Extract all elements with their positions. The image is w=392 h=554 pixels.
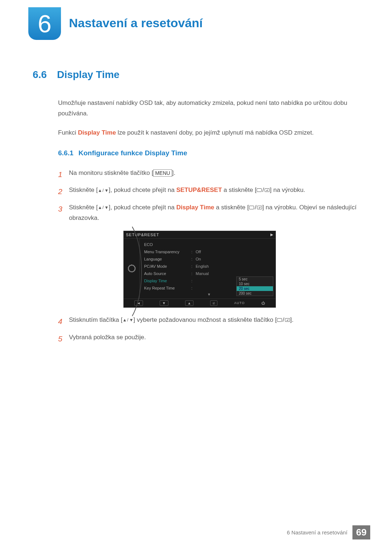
osd-title: SETUP&RESET (126, 233, 270, 237)
step-text: Vybraná položka se použije. (69, 332, 359, 343)
svg-rect-4 (277, 318, 282, 321)
section-number: 6.6 (33, 69, 47, 80)
text: ] vyberte požadovanou možnost a stisknět… (134, 316, 277, 323)
step-5: 5 Vybraná položka se použije. (58, 332, 359, 345)
text: ] na výrobku. (270, 186, 305, 193)
osd-sidebar (124, 239, 140, 299)
text: Na monitoru stiskněte tlačítko [ (69, 169, 153, 176)
gear-icon (128, 265, 135, 272)
step-number: 5 (58, 332, 69, 345)
highlight-setup-reset: SETUP&RESET (176, 186, 222, 193)
osd-row-pcav: PC/AV Mode:English (144, 263, 274, 270)
svg-rect-0 (257, 189, 261, 192)
text: Stiskněte [ (69, 186, 98, 193)
page-footer: 6 Nastavení a resetování 69 (287, 525, 370, 539)
osd-row-transparency: Menu Transparency:Off (144, 248, 274, 255)
text: ], pokud chcete přejít na (109, 204, 176, 211)
up-button-icon: ▲ (185, 300, 194, 306)
osd-row-autosource: Auto Source:Manual (144, 270, 274, 277)
chapter-number: 6 (38, 9, 52, 38)
highlight-display-time: Display Time (176, 204, 215, 211)
step-3: 3 Stiskněte [/], pokud chcete přejít na … (58, 202, 359, 223)
up-down-arrows-icon: / (98, 204, 109, 211)
arc-decoration (98, 217, 142, 326)
osd-row-language: Language:On (144, 255, 274, 263)
text: ]. (172, 169, 175, 176)
right-arrow-icon: ▶ (270, 233, 273, 237)
subsection-title: Konfigurace funkce Display Time (78, 149, 187, 157)
step-1: 1 Na monitoru stiskněte tlačítko [MENU]. (58, 168, 359, 181)
subsection-number: 6.6.1 (58, 149, 73, 157)
step-number: 4 (58, 315, 69, 328)
osd-titlebar: SETUP&RESET ▶ (124, 231, 275, 239)
down-button-icon: ▼ (160, 300, 168, 306)
step-2: 2 Stiskněte [/], pokud chcete přejít na … (58, 185, 359, 198)
screen-enter-icon: / (257, 185, 270, 196)
highlight-display-time: Display Time (78, 129, 116, 136)
screen-enter-icon: / (277, 315, 290, 325)
step-text: Na monitoru stiskněte tlačítko [MENU]. (69, 168, 359, 178)
text: lze použít k nastavení doby, po jejímž u… (116, 129, 314, 136)
screen-enter-icon: / (249, 202, 262, 213)
step-number: 2 (58, 185, 69, 198)
chapter-tab: 6 (28, 7, 61, 40)
step-4: 4 Stisknutím tlačítka [/] vyberte požado… (58, 315, 359, 328)
osd-option-selected: 20 sec (237, 286, 273, 291)
page-content: 6.6Display Time Umožňuje nastavení nabíd… (33, 69, 359, 349)
osd-option: 5 sec (237, 277, 273, 282)
text: ]. (290, 316, 293, 323)
osd-option: 10 sec (237, 282, 273, 286)
text: ], pokud chcete přejít na (109, 186, 176, 193)
chapter-title: Nastavení a resetování (69, 16, 203, 30)
step-text: Stiskněte [/], pokud chcete přejít na SE… (69, 185, 359, 196)
menu-button-label: MENU (153, 169, 172, 177)
text: a stiskněte [ (214, 204, 249, 211)
text: Funkci (58, 129, 78, 136)
osd-row-eco: ECO (144, 241, 274, 248)
up-down-arrows-icon: / (98, 187, 109, 194)
step-number: 1 (58, 168, 69, 181)
section-title: Display Time (57, 69, 119, 80)
power-icon: ⏻ (261, 301, 265, 305)
osd-menu: ECO Menu Transparency:Off Language:On PC… (140, 239, 275, 299)
step-number: 3 (58, 202, 69, 216)
page-number: 69 (352, 525, 370, 539)
subsection-heading: 6.6.1Konfigurace funkce Display Time (58, 149, 359, 157)
osd-preview: SETUP&RESET ▶ ECO Menu Transparency:Off … (123, 231, 276, 308)
footer-text: 6 Nastavení a resetování (287, 529, 347, 535)
text: Stiskněte [ (69, 204, 98, 211)
intro-paragraph-2: Funkci Display Time lze použít k nastave… (58, 128, 359, 138)
osd-body: ECO Menu Transparency:Off Language:On PC… (124, 239, 275, 299)
osd-footer: ◄ ▼ ▲ ⎚ AUTO ⏻ (124, 299, 275, 307)
section-heading: 6.6Display Time (33, 69, 359, 81)
auto-label: AUTO (234, 301, 245, 305)
osd-option: 200 sec (237, 291, 273, 296)
osd-dropdown: 5 sec 10 sec 20 sec 200 sec (236, 276, 273, 296)
text: a stiskněte [ (222, 186, 256, 193)
source-button-icon: ⎚ (210, 300, 217, 306)
steps-list: 1 Na monitoru stiskněte tlačítko [MENU].… (58, 168, 359, 345)
svg-rect-2 (249, 206, 254, 209)
intro-paragraph-1: Umožňuje nastavení nabídky OSD tak, aby … (58, 98, 359, 119)
